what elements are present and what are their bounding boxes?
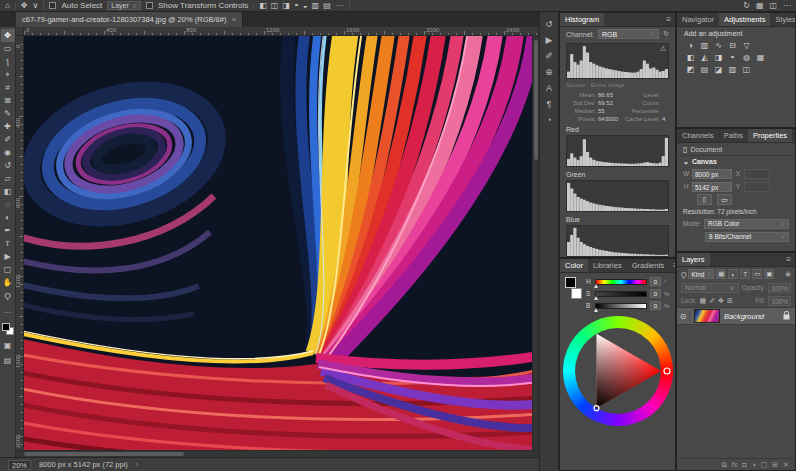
kind-filter-select[interactable]: Kind∨ xyxy=(688,269,714,279)
tab-properties[interactable]: Properties xyxy=(748,129,792,142)
curves-icon[interactable]: ∿ xyxy=(713,40,724,50)
gradient-map-icon[interactable]: ▨ xyxy=(727,64,738,74)
filter-smart-objects-icon[interactable]: ▣ xyxy=(764,269,774,279)
lock-pixels-icon[interactable]: ✐ xyxy=(709,297,715,305)
vertical-scrollbar[interactable] xyxy=(532,36,539,450)
quick-mask-icon[interactable]: ▣ xyxy=(1,339,15,352)
foreground-background-swatches[interactable] xyxy=(2,323,14,335)
eraser-tool[interactable]: ▱ xyxy=(1,172,15,185)
crop-tool[interactable]: # xyxy=(1,81,15,94)
brightness-contrast-icon[interactable]: ◑ xyxy=(685,40,696,50)
slider-value[interactable]: 0 xyxy=(650,289,661,298)
frame-tool[interactable]: ⊠ xyxy=(1,94,15,107)
background-color-swatch[interactable] xyxy=(571,288,582,299)
add-layer-mask-icon[interactable]: ◘ xyxy=(742,461,746,468)
tab-histogram[interactable]: Histogram xyxy=(560,13,604,26)
new-group-icon[interactable]: ▢ xyxy=(761,461,768,469)
arrange-documents-icon[interactable]: ▦ xyxy=(756,1,764,11)
color-lookup-icon[interactable]: ▦ xyxy=(755,52,766,62)
align-center-h-icon[interactable]: ◫ xyxy=(271,1,279,11)
object-selection-tool[interactable]: ⌖ xyxy=(1,68,15,81)
blur-tool[interactable]: ◌ xyxy=(1,198,15,211)
path-selection-tool[interactable]: ▶ xyxy=(1,250,15,263)
more-align-icon[interactable]: ··· xyxy=(336,1,344,11)
gradient-tool[interactable]: ◧ xyxy=(1,185,15,198)
glyphs-panel-icon[interactable]: ◔ xyxy=(546,116,551,125)
slider-thumb[interactable] xyxy=(594,308,598,312)
paragraph-panel-icon[interactable]: ¶ xyxy=(547,100,552,109)
new-layer-icon[interactable]: ⊞ xyxy=(772,461,778,469)
invert-icon[interactable]: ◩ xyxy=(685,64,696,74)
layer-row-background[interactable]: ⊙ Background xyxy=(677,307,795,325)
align-right-icon[interactable]: ◨ xyxy=(282,1,290,11)
rotate-view-icon[interactable]: ↻ xyxy=(743,1,750,11)
posterize-icon[interactable]: ▤ xyxy=(699,64,710,74)
slider-thumb[interactable] xyxy=(594,296,598,300)
align-left-icon[interactable]: ◧ xyxy=(259,1,267,11)
vertical-scrollbar-thumb[interactable] xyxy=(534,40,538,160)
brush-tool[interactable]: ✐ xyxy=(1,133,15,146)
lock-all-icon[interactable]: ⊞ xyxy=(727,297,733,305)
layer-name[interactable]: Background xyxy=(724,312,778,321)
tab-paths[interactable]: Paths xyxy=(719,129,748,142)
tab-layers[interactable]: Layers xyxy=(677,253,710,266)
slider-value[interactable]: 0 xyxy=(650,301,661,310)
status-options-icon[interactable]: › xyxy=(136,460,139,469)
black-white-icon[interactable]: ◨ xyxy=(713,52,724,62)
panel-menu-icon[interactable]: ≡ xyxy=(662,13,675,26)
portrait-orientation-button[interactable]: ▯ xyxy=(697,194,712,205)
canvas[interactable] xyxy=(24,36,532,450)
filter-toggle-icon[interactable]: ◉ xyxy=(785,270,791,278)
clone-stamp-tool[interactable]: ◉ xyxy=(1,146,15,159)
source-value[interactable]: Entire Image xyxy=(591,82,625,88)
zoom-level-field[interactable]: 20% xyxy=(8,460,31,470)
slider-track-h[interactable] xyxy=(595,279,647,285)
hand-tool[interactable]: ✋ xyxy=(1,276,15,289)
photo-filter-icon[interactable]: ◓ xyxy=(727,52,738,62)
marquee-tool[interactable]: ▭ xyxy=(1,42,15,55)
filter-shape-layers-icon[interactable]: ▭ xyxy=(752,269,762,279)
uncached-warning-icon[interactable]: ⚠ xyxy=(660,45,666,53)
bit-depth-select[interactable]: 8 Bits/Channel∨ xyxy=(705,232,789,242)
horizontal-scrollbar-thumb[interactable] xyxy=(24,452,184,456)
link-layers-icon[interactable]: ⧉ xyxy=(722,461,727,469)
layer-effects-icon[interactable]: fx xyxy=(732,461,737,468)
channel-select[interactable]: RGB∨ xyxy=(598,29,659,39)
filter-pixel-layers-icon[interactable]: ▦ xyxy=(716,269,726,279)
tab-color[interactable]: Color xyxy=(560,259,588,272)
lock-position-icon[interactable]: ✥ xyxy=(718,297,724,305)
blend-mode-select[interactable]: Normal∨ xyxy=(681,283,739,293)
document-tab[interactable]: c67-79-gamer-and-creator-1280307384.jpg … xyxy=(16,12,243,27)
more-options-icon[interactable]: ⋯ xyxy=(783,1,791,11)
section-chevron-icon[interactable]: ⌄ xyxy=(683,158,689,166)
filter-adjustment-layers-icon[interactable]: ◐ xyxy=(728,269,738,279)
tab-navigator[interactable]: Navigator xyxy=(677,13,719,26)
exposure-icon[interactable]: ⊟ xyxy=(727,40,738,50)
distribute-v-icon[interactable]: ▤ xyxy=(323,1,331,11)
vibrance-icon[interactable]: ▽ xyxy=(741,40,752,50)
layer-thumbnail[interactable] xyxy=(694,309,720,323)
panel-menu-icon[interactable]: ≡ xyxy=(669,259,676,272)
auto-select-target-dropdown[interactable]: Layer∨ xyxy=(107,1,141,10)
foreground-color-swatch[interactable] xyxy=(565,277,576,288)
history-brush-tool[interactable]: ↺ xyxy=(1,159,15,172)
color-swatches[interactable] xyxy=(565,277,582,299)
align-center-v-icon[interactable]: ◒ xyxy=(303,1,308,11)
show-transform-checkbox[interactable] xyxy=(146,2,153,9)
screen-mode-icon[interactable]: ▤ xyxy=(1,354,15,367)
healing-brush-tool[interactable]: ✚ xyxy=(1,120,15,133)
panel-menu-icon[interactable]: ≡ xyxy=(782,253,795,266)
lasso-tool[interactable]: ƪ xyxy=(1,55,15,68)
zoom-tool[interactable]: Ϙ xyxy=(1,289,15,302)
slider-thumb[interactable] xyxy=(594,284,598,288)
new-adjustment-layer-icon[interactable]: ◑ xyxy=(751,461,755,468)
close-tab-icon[interactable]: × xyxy=(231,15,236,24)
tool-preset-caret-icon[interactable]: ∨ xyxy=(33,1,39,11)
filter-type-layers-icon[interactable]: T xyxy=(740,269,750,279)
selective-color-icon[interactable]: ◫ xyxy=(741,64,752,74)
eyedropper-tool[interactable]: ✎ xyxy=(1,107,15,120)
saturation-triangle[interactable] xyxy=(563,316,673,426)
slider-value[interactable]: 0 xyxy=(650,277,661,286)
color-wheel[interactable] xyxy=(560,316,676,446)
landscape-orientation-button[interactable]: ▭ xyxy=(717,194,732,205)
